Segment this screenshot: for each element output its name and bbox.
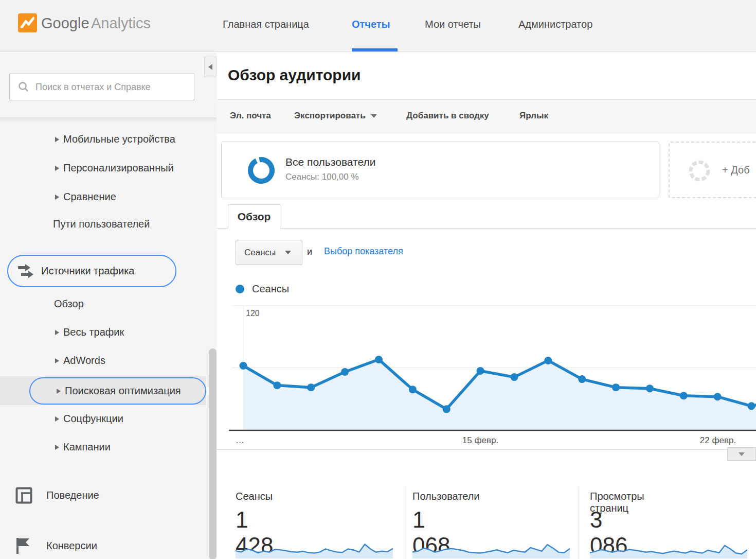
email-button[interactable]: Эл. почта — [230, 111, 271, 121]
brand-analytics: Analytics — [91, 15, 151, 32]
sidebar-item-custom[interactable]: Персонализированный — [55, 162, 174, 174]
brand-google: Google — [41, 15, 89, 32]
tab-overview[interactable]: Обзор — [228, 204, 280, 229]
nav-admin[interactable]: Администратор — [518, 19, 592, 30]
nav-my-reports[interactable]: Мои отчеты — [425, 19, 481, 30]
x-axis-tick: … — [236, 435, 244, 446]
legend-dot-icon — [236, 285, 244, 293]
sidebar: Мобильные устройства Персонализированный… — [0, 53, 217, 559]
sparkline — [412, 536, 570, 559]
expand-arrow-icon — [55, 330, 59, 335]
sidebar-item-all-traffic[interactable]: Весь трафик — [55, 326, 124, 338]
report-toolbar: Эл. почта Экспортировать Добавить в свод… — [217, 99, 756, 133]
sidebar-item-adwords[interactable]: AdWords — [55, 355, 105, 366]
expand-arrow-icon — [55, 166, 59, 171]
stat-label: Пользователи — [412, 491, 480, 502]
sidebar-scrollbar[interactable] — [209, 348, 217, 559]
x-axis-tick: 15 февр. — [462, 435, 498, 446]
sidebar-item-seo[interactable]: Поисковая оптимизация — [29, 377, 206, 405]
nav-home[interactable]: Главная страница — [223, 19, 309, 30]
caret-down-icon — [285, 251, 291, 254]
chevron-left-icon — [208, 64, 212, 70]
stat-divider — [579, 486, 579, 559]
expand-arrow-icon — [57, 389, 61, 394]
stat-divider — [404, 486, 404, 559]
segment-title: Все пользователи — [285, 156, 375, 168]
sidebar-item-user-flow[interactable]: Пути пользователей — [53, 218, 150, 230]
search-icon — [18, 81, 29, 93]
chart-legend: Сеансы — [236, 283, 289, 295]
expand-arrow-icon — [55, 358, 59, 363]
expand-arrow-icon — [55, 416, 59, 422]
expand-arrow-icon — [55, 137, 59, 142]
sparkline — [236, 536, 393, 559]
behavior-icon — [15, 487, 32, 504]
search-input[interactable] — [35, 82, 185, 93]
x-axis-tick: 22 февр. — [700, 435, 736, 446]
sidebar-item-conversions[interactable]: Конверсии — [15, 537, 97, 554]
export-button[interactable]: Экспортировать — [294, 111, 377, 121]
sidebar-item-campaigns[interactable]: Кампании — [55, 441, 111, 453]
expand-arrow-icon — [55, 195, 59, 200]
sidebar-item-benchmarking[interactable]: Сравнение — [55, 191, 116, 203]
segment-card-all-users[interactable]: Все пользователи Сеансы: 100,00 % — [221, 142, 659, 198]
add-segment-card[interactable]: + Доб — [669, 142, 756, 198]
conversions-flag-icon — [15, 537, 32, 554]
segment-subtitle: Сеансы: 100,00 % — [285, 172, 359, 182]
shortcut-button[interactable]: Ярлык — [519, 111, 548, 121]
sessions-line-chart: 12060 — [217, 302, 756, 433]
search-box[interactable] — [9, 74, 194, 100]
sidebar-item-mobile[interactable]: Мобильные устройства — [55, 133, 175, 145]
metric-dropdown[interactable]: Сеансы — [236, 240, 302, 265]
stat-label: Сеансы — [236, 491, 273, 502]
empty-segment-donut-icon — [688, 160, 711, 182]
traffic-sources-icon — [16, 262, 35, 281]
caret-down-icon — [371, 114, 377, 118]
sidebar-collapse-button[interactable] — [204, 57, 217, 77]
sidebar-shadow — [0, 117, 217, 123]
main-content: Обзор аудитории Эл. почта Экспортировать… — [217, 53, 756, 559]
app-header: Google Analytics Главная страница Отчеты… — [0, 0, 756, 52]
conjunction-text: и — [307, 247, 312, 257]
add-to-dashboard-button[interactable]: Добавить в сводку — [406, 111, 489, 121]
chart-bottom-divider — [217, 449, 756, 450]
expand-arrow-icon — [55, 445, 59, 450]
caret-down-icon — [739, 452, 745, 456]
legend-label: Сеансы — [252, 283, 289, 295]
active-tab-underline — [352, 48, 398, 51]
google-analytics-logo-icon — [18, 13, 37, 32]
sidebar-item-traffic-sources[interactable]: Источники трафика — [7, 255, 176, 287]
sparkline — [590, 536, 747, 559]
sidebar-item-social[interactable]: Соцфункции — [55, 413, 123, 425]
tab-strip-line — [217, 228, 756, 229]
sidebar-item-overview[interactable]: Обзор — [54, 298, 84, 310]
page-title: Обзор аудитории — [228, 66, 361, 84]
chart-scroll-down-button[interactable] — [727, 447, 756, 461]
sidebar-item-behavior[interactable]: Поведение — [15, 487, 99, 504]
select-metric-link[interactable]: Выбор показателя — [324, 246, 403, 257]
add-segment-label: + Доб — [722, 164, 750, 176]
segment-donut-icon — [247, 156, 275, 184]
svg-text:120: 120 — [246, 309, 260, 318]
nav-reports[interactable]: Отчеты — [352, 19, 390, 30]
